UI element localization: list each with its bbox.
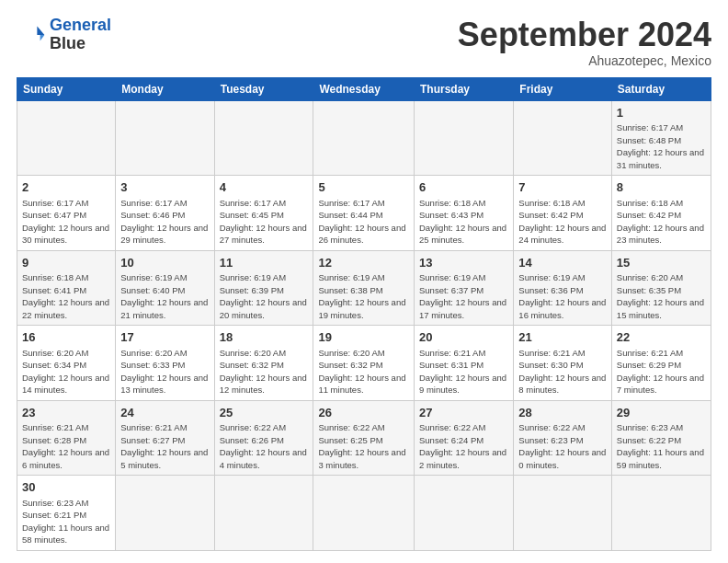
table-cell: 14Sunrise: 6:19 AMSunset: 6:36 PMDayligh…	[514, 250, 612, 326]
day-number: 18	[220, 329, 309, 346]
day-number: 8	[617, 179, 706, 196]
day-number: 1	[617, 105, 706, 121]
day-info: Sunrise: 6:17 AMSunset: 6:48 PMDaylight:…	[617, 122, 704, 170]
table-cell: 13Sunrise: 6:19 AMSunset: 6:37 PMDayligh…	[415, 250, 514, 326]
day-info: Sunrise: 6:20 AMSunset: 6:35 PMDaylight:…	[617, 272, 704, 320]
day-info: Sunrise: 6:23 AMSunset: 6:22 PMDaylight:…	[617, 422, 704, 470]
table-row: 9Sunrise: 6:18 AMSunset: 6:41 PMDaylight…	[17, 250, 711, 326]
table-cell: 22Sunrise: 6:21 AMSunset: 6:29 PMDayligh…	[611, 326, 711, 401]
day-info: Sunrise: 6:19 AMSunset: 6:39 PMDaylight:…	[220, 272, 307, 320]
day-number: 26	[318, 405, 409, 421]
col-sunday: Sunday	[17, 77, 116, 100]
day-number: 19	[318, 329, 409, 346]
day-info: Sunrise: 6:21 AMSunset: 6:30 PMDaylight:…	[518, 348, 606, 396]
table-cell	[514, 100, 612, 176]
day-info: Sunrise: 6:23 AMSunset: 6:21 PMDaylight:…	[22, 498, 109, 546]
day-info: Sunrise: 6:19 AMSunset: 6:36 PMDaylight:…	[518, 272, 606, 320]
day-info: Sunrise: 6:18 AMSunset: 6:41 PMDaylight:…	[22, 272, 109, 320]
day-info: Sunrise: 6:21 AMSunset: 6:31 PMDaylight:…	[419, 348, 506, 396]
calendar-table: Sunday Monday Tuesday Wednesday Thursday…	[17, 77, 711, 551]
day-number: 15	[617, 255, 706, 271]
table-cell: 23Sunrise: 6:21 AMSunset: 6:28 PMDayligh…	[17, 400, 116, 476]
table-cell: 6Sunrise: 6:18 AMSunset: 6:43 PMDaylight…	[415, 176, 514, 251]
table-cell: 18Sunrise: 6:20 AMSunset: 6:32 PMDayligh…	[214, 326, 313, 401]
header: General Blue September 2024 Ahuazotepec,…	[17, 17, 711, 68]
day-info: Sunrise: 6:21 AMSunset: 6:28 PMDaylight:…	[22, 422, 109, 470]
day-info: Sunrise: 6:17 AMSunset: 6:46 PMDaylight:…	[120, 198, 208, 246]
table-cell: 26Sunrise: 6:22 AMSunset: 6:25 PMDayligh…	[313, 400, 415, 476]
day-number: 17	[120, 329, 209, 346]
table-cell	[611, 476, 711, 551]
col-saturday: Saturday	[611, 77, 711, 100]
day-info: Sunrise: 6:21 AMSunset: 6:29 PMDaylight:…	[617, 348, 704, 396]
day-info: Sunrise: 6:19 AMSunset: 6:40 PMDaylight:…	[120, 272, 208, 320]
table-cell	[415, 100, 514, 176]
table-cell	[116, 100, 214, 176]
svg-marker-1	[40, 35, 45, 40]
table-cell	[17, 100, 116, 176]
table-cell: 7Sunrise: 6:18 AMSunset: 6:42 PMDaylight…	[514, 176, 612, 251]
title-block: September 2024 Ahuazotepec, Mexico	[458, 17, 711, 68]
day-number: 23	[22, 405, 110, 421]
col-friday: Friday	[514, 77, 612, 100]
day-number: 6	[419, 179, 508, 196]
day-number: 29	[617, 405, 706, 421]
table-cell: 8Sunrise: 6:18 AMSunset: 6:42 PMDaylight…	[611, 176, 711, 251]
header-row: Sunday Monday Tuesday Wednesday Thursday…	[17, 77, 711, 100]
day-number: 3	[120, 179, 209, 196]
table-cell	[313, 476, 415, 551]
col-thursday: Thursday	[415, 77, 514, 100]
day-number: 20	[419, 329, 508, 346]
table-row: 1Sunrise: 6:17 AMSunset: 6:48 PMDaylight…	[17, 100, 711, 176]
day-number: 22	[617, 329, 706, 346]
table-cell	[313, 100, 415, 176]
table-row: 23Sunrise: 6:21 AMSunset: 6:28 PMDayligh…	[17, 400, 711, 476]
day-info: Sunrise: 6:22 AMSunset: 6:25 PMDaylight:…	[318, 422, 405, 470]
day-number: 5	[318, 179, 409, 196]
table-cell: 27Sunrise: 6:22 AMSunset: 6:24 PMDayligh…	[415, 400, 514, 476]
day-number: 27	[419, 405, 508, 421]
table-cell: 30Sunrise: 6:23 AMSunset: 6:21 PMDayligh…	[17, 476, 116, 551]
day-info: Sunrise: 6:22 AMSunset: 6:26 PMDaylight:…	[220, 422, 307, 470]
table-cell	[214, 476, 313, 551]
month-title: September 2024	[458, 17, 711, 53]
day-info: Sunrise: 6:17 AMSunset: 6:47 PMDaylight:…	[22, 198, 109, 246]
day-number: 16	[22, 329, 110, 346]
day-number: 7	[518, 179, 607, 196]
logo-icon	[17, 20, 46, 50]
day-number: 10	[120, 255, 209, 271]
day-number: 25	[220, 405, 309, 421]
day-number: 13	[419, 255, 508, 271]
table-cell: 1Sunrise: 6:17 AMSunset: 6:48 PMDaylight…	[611, 100, 711, 176]
svg-marker-0	[37, 26, 44, 35]
table-cell: 24Sunrise: 6:21 AMSunset: 6:27 PMDayligh…	[116, 400, 214, 476]
table-cell	[116, 476, 214, 551]
day-info: Sunrise: 6:17 AMSunset: 6:44 PMDaylight:…	[318, 198, 405, 246]
table-cell: 19Sunrise: 6:20 AMSunset: 6:32 PMDayligh…	[313, 326, 415, 401]
col-tuesday: Tuesday	[214, 77, 313, 100]
day-number: 4	[220, 179, 309, 196]
table-cell: 17Sunrise: 6:20 AMSunset: 6:33 PMDayligh…	[116, 326, 214, 401]
day-info: Sunrise: 6:20 AMSunset: 6:32 PMDaylight:…	[318, 348, 405, 396]
day-info: Sunrise: 6:21 AMSunset: 6:27 PMDaylight:…	[120, 422, 208, 470]
col-monday: Monday	[116, 77, 214, 100]
table-cell	[415, 476, 514, 551]
day-number: 30	[22, 479, 110, 496]
day-info: Sunrise: 6:22 AMSunset: 6:23 PMDaylight:…	[518, 422, 606, 470]
day-number: 28	[518, 405, 607, 421]
table-cell	[514, 476, 612, 551]
table-cell: 4Sunrise: 6:17 AMSunset: 6:45 PMDaylight…	[214, 176, 313, 251]
table-cell: 9Sunrise: 6:18 AMSunset: 6:41 PMDaylight…	[17, 250, 116, 326]
table-cell: 25Sunrise: 6:22 AMSunset: 6:26 PMDayligh…	[214, 400, 313, 476]
day-info: Sunrise: 6:20 AMSunset: 6:33 PMDaylight:…	[120, 348, 208, 396]
day-number: 24	[120, 405, 209, 421]
table-row: 30Sunrise: 6:23 AMSunset: 6:21 PMDayligh…	[17, 476, 711, 551]
day-number: 12	[318, 255, 409, 271]
table-cell: 28Sunrise: 6:22 AMSunset: 6:23 PMDayligh…	[514, 400, 612, 476]
table-cell: 5Sunrise: 6:17 AMSunset: 6:44 PMDaylight…	[313, 176, 415, 251]
table-cell: 12Sunrise: 6:19 AMSunset: 6:38 PMDayligh…	[313, 250, 415, 326]
day-info: Sunrise: 6:22 AMSunset: 6:24 PMDaylight:…	[419, 422, 506, 470]
day-info: Sunrise: 6:17 AMSunset: 6:45 PMDaylight:…	[220, 198, 307, 246]
table-cell: 3Sunrise: 6:17 AMSunset: 6:46 PMDaylight…	[116, 176, 214, 251]
table-row: 16Sunrise: 6:20 AMSunset: 6:34 PMDayligh…	[17, 326, 711, 401]
